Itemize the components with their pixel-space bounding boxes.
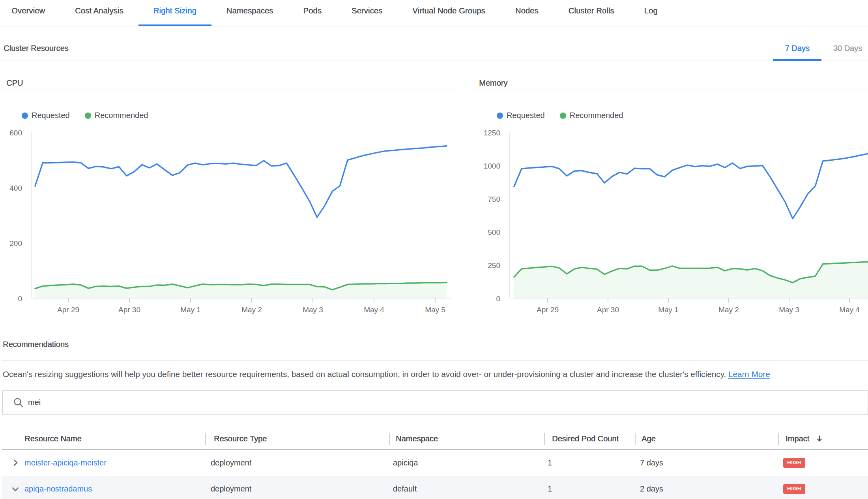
column-header-resource-name[interactable]: Resource Name bbox=[24, 428, 82, 449]
tab-label: Cost Analysis bbox=[75, 6, 123, 15]
legend-label: Requested bbox=[507, 111, 545, 120]
tab-pods[interactable]: Pods bbox=[288, 0, 336, 26]
range-tab-7-days[interactable]: 7 Days bbox=[773, 36, 821, 60]
cpu-line-chart: 0200400600Apr 29Apr 30May 1May 2May 3May… bbox=[0, 126, 458, 324]
memory-chart-panel: Memory Requested Recommended 02505007501… bbox=[473, 60, 868, 324]
legend-item-requested: Requested bbox=[22, 111, 70, 120]
age-cell: 2 days bbox=[640, 476, 663, 499]
svg-text:600: 600 bbox=[9, 129, 22, 137]
charts-row: CPU Requested Recommended 0200400600Apr … bbox=[0, 60, 868, 324]
column-separator bbox=[778, 433, 779, 445]
legend-label: Requested bbox=[32, 111, 70, 120]
svg-text:500: 500 bbox=[488, 228, 500, 236]
column-header-age[interactable]: Age bbox=[642, 428, 656, 449]
column-label: Age bbox=[642, 434, 656, 443]
svg-text:May 1: May 1 bbox=[658, 306, 679, 314]
resource-name-link[interactable]: apiqa-nostradamus bbox=[24, 476, 92, 499]
column-separator bbox=[544, 433, 545, 445]
svg-text:May 3: May 3 bbox=[303, 306, 323, 314]
search-box[interactable] bbox=[2, 390, 868, 415]
recommendations-divider bbox=[2, 360, 868, 361]
svg-text:1250: 1250 bbox=[484, 129, 500, 137]
tab-cost-analysis[interactable]: Cost Analysis bbox=[60, 0, 138, 26]
column-separator bbox=[205, 433, 206, 445]
tab-nodes[interactable]: Nodes bbox=[500, 0, 554, 26]
search-icon bbox=[13, 397, 24, 408]
time-range-toggle: 7 Days 30 Days bbox=[773, 36, 868, 60]
collapse-row-button[interactable] bbox=[9, 476, 22, 499]
legend-item-recommended: Recommended bbox=[85, 111, 148, 120]
column-header-resource-type[interactable]: Resource Type bbox=[214, 428, 267, 449]
column-header-impact[interactable]: Impact bbox=[786, 428, 823, 449]
tab-overview[interactable]: Overview bbox=[0, 0, 60, 26]
tab-services[interactable]: Services bbox=[337, 0, 397, 26]
description-text: Ocean's resizing suggestions will help y… bbox=[3, 370, 726, 379]
cluster-resources-header: Cluster Resources 7 Days 30 Days bbox=[0, 26, 868, 60]
tab-label: Services bbox=[352, 6, 382, 15]
cpu-chart-panel: CPU Requested Recommended 0200400600Apr … bbox=[0, 60, 458, 324]
requested-dot-icon bbox=[22, 113, 28, 119]
age-cell: 7 days bbox=[640, 450, 663, 476]
svg-text:May 3: May 3 bbox=[779, 306, 799, 314]
table-row[interactable]: meister-apiciqa-meister deployment apici… bbox=[2, 450, 868, 476]
impact-badge-high: HIGH bbox=[783, 458, 805, 468]
tab-label: Cluster Rolls bbox=[569, 6, 614, 15]
resource-name-link[interactable]: meister-apiciqa-meister bbox=[24, 450, 107, 476]
svg-text:May 4: May 4 bbox=[839, 306, 860, 314]
svg-text:Apr 30: Apr 30 bbox=[118, 306, 140, 314]
impact-cell: HIGH bbox=[783, 476, 805, 499]
table-row[interactable]: apiqa-nostradamus deployment default 1 2… bbox=[2, 476, 868, 499]
column-separator bbox=[635, 433, 636, 445]
desired-pod-count-cell: 1 bbox=[548, 450, 552, 476]
namespace-cell: default bbox=[393, 476, 417, 499]
column-label: Desired Pod Count bbox=[552, 434, 619, 443]
legend-label: Recommended bbox=[570, 111, 623, 120]
page-title: Cluster Resources bbox=[4, 36, 69, 60]
tab-label: Log bbox=[644, 6, 658, 15]
recommendations-table: Resource Name Resource Type Namespace De… bbox=[2, 428, 868, 499]
svg-text:400: 400 bbox=[9, 184, 22, 192]
tab-right-sizing[interactable]: Right Sizing bbox=[138, 0, 211, 26]
learn-more-link[interactable]: Learn More bbox=[728, 370, 770, 379]
cpu-chart-title: CPU bbox=[0, 79, 458, 90]
range-tab-label: 7 Days bbox=[785, 44, 809, 53]
impact-badge-high: HIGH bbox=[783, 484, 805, 494]
legend-item-recommended: Recommended bbox=[560, 111, 623, 120]
memory-line-chart: 025050075010001250Apr 29Apr 30May 1May 2… bbox=[473, 126, 868, 324]
range-tab-30-days[interactable]: 30 Days bbox=[821, 36, 868, 60]
column-label: Namespace bbox=[396, 434, 438, 443]
recommended-dot-icon bbox=[85, 113, 91, 119]
svg-text:200: 200 bbox=[9, 239, 22, 248]
tab-label: Overview bbox=[11, 6, 45, 15]
column-header-namespace[interactable]: Namespace bbox=[396, 428, 438, 449]
svg-text:Apr 30: Apr 30 bbox=[597, 306, 619, 314]
column-header-desired-pod-count[interactable]: Desired Pod Count bbox=[552, 428, 619, 449]
desired-pod-count-cell: 1 bbox=[548, 476, 552, 499]
svg-text:May 4: May 4 bbox=[364, 306, 384, 314]
column-label: Resource Type bbox=[214, 434, 267, 443]
svg-text:250: 250 bbox=[488, 261, 500, 270]
search-input[interactable] bbox=[28, 398, 868, 407]
resource-type-cell: deployment bbox=[211, 476, 251, 499]
range-tab-label: 30 Days bbox=[833, 44, 862, 53]
namespace-cell: apiciqa bbox=[393, 450, 418, 476]
tab-namespaces[interactable]: Namespaces bbox=[211, 0, 288, 26]
tab-label: Namespaces bbox=[226, 6, 273, 15]
svg-text:1000: 1000 bbox=[484, 162, 500, 170]
sort-descending-icon[interactable] bbox=[816, 435, 823, 443]
tab-label: Nodes bbox=[515, 6, 539, 15]
top-tab-bar: Overview Cost Analysis Right Sizing Name… bbox=[0, 0, 868, 26]
expand-row-button[interactable] bbox=[9, 450, 22, 476]
tab-virtual-node-groups[interactable]: Virtual Node Groups bbox=[397, 0, 500, 26]
memory-chart-legend: Requested Recommended bbox=[497, 111, 623, 120]
memory-chart-title: Memory bbox=[473, 79, 868, 90]
recommendations-title: Recommendations bbox=[3, 340, 69, 349]
svg-text:Apr 29: Apr 29 bbox=[57, 306, 79, 314]
legend-label: Recommended bbox=[95, 111, 148, 120]
column-label: Resource Name bbox=[24, 434, 82, 443]
tab-label: Right Sizing bbox=[153, 6, 196, 15]
svg-text:Apr 29: Apr 29 bbox=[537, 306, 559, 314]
column-label: Impact bbox=[786, 434, 809, 443]
tab-cluster-rolls[interactable]: Cluster Rolls bbox=[554, 0, 629, 26]
tab-log[interactable]: Log bbox=[629, 0, 673, 26]
